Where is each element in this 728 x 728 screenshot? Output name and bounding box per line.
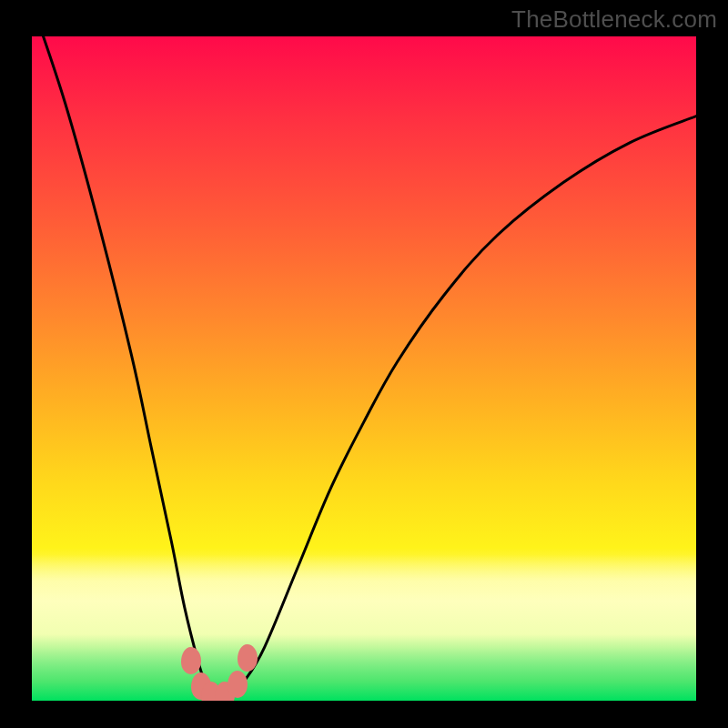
bottleneck-curve	[32, 36, 696, 701]
curve-svg	[32, 36, 696, 701]
plot-area	[32, 36, 696, 701]
chart-frame: TheBottleneck.com	[0, 0, 728, 728]
marker-blob	[228, 671, 248, 698]
watermark-text: TheBottleneck.com	[511, 5, 717, 34]
marker-blob	[238, 644, 258, 672]
